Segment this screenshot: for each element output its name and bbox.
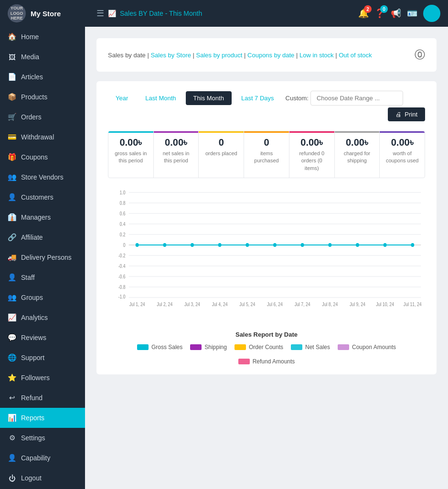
sidebar-item-capability[interactable]: 👤 Capability: [0, 448, 85, 468]
megaphone-button[interactable]: 📢: [391, 8, 401, 19]
legend-swatch-gross-sales: [137, 344, 149, 350]
avatar[interactable]: [423, 5, 440, 22]
svg-point-35: [191, 243, 194, 247]
legend-swatch-coupon-amounts: [338, 344, 349, 350]
sidebar-item-groups[interactable]: 👥 Groups: [0, 287, 85, 308]
wordpress-icon: ⓪: [415, 48, 425, 62]
sidebar-item-settings[interactable]: ⚙ Settings: [0, 428, 85, 448]
legend-label-gross-sales: Gross Sales: [151, 344, 182, 351]
report-links-card: Sales by date | Sales by Store | Sales b…: [96, 38, 437, 72]
svg-text:-0.2: -0.2: [118, 254, 126, 259]
sidebar-icon-home: 🏠: [8, 32, 16, 41]
sidebar-item-managers[interactable]: 👔 Managers: [0, 207, 85, 227]
stat-items-value: 0: [249, 137, 284, 148]
legend-order-counts: Order Counts: [235, 344, 283, 351]
sidebar-icon-withdrawal: 💳: [8, 133, 16, 141]
card-button[interactable]: 🪪: [407, 8, 417, 19]
link-coupons-by-date[interactable]: Coupons by date: [247, 52, 294, 59]
svg-text:-1.0: -1.0: [118, 295, 126, 300]
sidebar-item-affiliate[interactable]: 🔗 Affiliate: [0, 227, 85, 247]
sidebar-icon-capability: 👤: [8, 454, 16, 462]
sidebar-item-products[interactable]: 📦 Products: [0, 87, 85, 107]
stat-refunded-value: 0.00৳: [294, 137, 330, 148]
stat-net-sales-label: net sales in this period: [159, 150, 194, 165]
sidebar-label-capability: Capability: [21, 454, 50, 462]
sidebar-label-managers: Managers: [21, 213, 51, 221]
date-tabs: Year Last Month This Month Last 7 Days C…: [108, 91, 425, 121]
sidebar-item-articles[interactable]: 📄 Articles: [0, 67, 85, 87]
tab-last-month[interactable]: Last Month: [138, 91, 183, 105]
stat-gross-sales-value: 0.00৳: [113, 137, 149, 148]
legend-net-sales: Net Sales: [291, 344, 330, 351]
svg-text:Jul 5, 24: Jul 5, 24: [239, 302, 255, 308]
sidebar-item-store-vendors[interactable]: 👥 Store Vendors: [0, 167, 85, 187]
link-sales-by-product[interactable]: Sales by product: [196, 52, 243, 59]
sidebar-item-followers[interactable]: ⭐ Followers: [0, 368, 85, 388]
sidebar-icon-orders: 🛒: [8, 113, 16, 121]
sidebar-item-logout[interactable]: ⏻ Logout: [0, 468, 85, 488]
sidebar-item-orders[interactable]: 🛒 Orders: [0, 107, 85, 127]
stat-refunded-label: refunded 0 orders (0 items): [294, 150, 330, 172]
stat-coupons-label: worth of coupons used: [384, 150, 420, 165]
tab-year[interactable]: Year: [108, 91, 136, 105]
sidebar-item-customers[interactable]: 👤 Customers: [0, 187, 85, 207]
svg-point-33: [136, 243, 139, 247]
sidebar-item-analytics[interactable]: 📈 Analytics: [0, 308, 85, 328]
legend-swatch-net-sales: [291, 344, 302, 350]
stat-shipping-value: 0.00৳: [340, 137, 375, 148]
svg-point-40: [328, 243, 331, 247]
print-button[interactable]: 🖨 Print: [388, 107, 425, 121]
legend-coupon-amounts: Coupon Amounts: [338, 344, 396, 351]
print-icon: 🖨: [395, 111, 402, 118]
stat-net-sales-value: 0.00৳: [159, 137, 194, 148]
sidebar-icon-delivery-persons: 🚚: [8, 253, 16, 262]
link-out-of-stock[interactable]: Out of stock: [339, 52, 372, 59]
stat-net-sales: 0.00৳ net sales in this period: [154, 131, 199, 178]
svg-text:Jul 9, 24: Jul 9, 24: [350, 302, 365, 308]
chart-svg: .grid-line { stroke: #e5e7eb; stroke-wid…: [108, 188, 425, 321]
date-range-input[interactable]: [310, 91, 403, 106]
report-links-row: Sales by date | Sales by Store | Sales b…: [108, 52, 372, 59]
sidebar-label-coupons: Coupons: [21, 153, 48, 161]
sidebar-item-withdrawal[interactable]: 💳 Withdrawal: [0, 127, 85, 147]
sidebar-item-reports[interactable]: 📊 Reports: [0, 408, 85, 428]
bell-button[interactable]: 🔔 2: [358, 8, 369, 19]
stat-orders-label: orders placed: [203, 150, 239, 157]
tab-last-7-days[interactable]: Last 7 Days: [234, 91, 282, 105]
svg-point-38: [273, 243, 277, 247]
svg-text:0.8: 0.8: [120, 201, 126, 206]
sidebar-item-home[interactable]: 🏠 Home: [0, 27, 85, 47]
hamburger-icon[interactable]: ☰: [96, 8, 104, 19]
sidebar-icon-managers: 👔: [8, 213, 16, 222]
sidebar-label-affiliate: Affiliate: [21, 234, 43, 241]
svg-text:Jul 1, 24: Jul 1, 24: [129, 302, 145, 308]
sidebar-item-reviews[interactable]: 💬 Reviews: [0, 328, 85, 348]
sidebar-icon-reviews: 💬: [8, 333, 16, 342]
sidebar-item-coupons[interactable]: 🎁 Coupons: [0, 147, 85, 167]
link-low-in-stock[interactable]: Low in stock: [299, 52, 334, 59]
svg-point-36: [218, 243, 222, 247]
sidebar-item-support[interactable]: 🌐 Support: [0, 348, 85, 368]
bell-badge: 2: [364, 5, 372, 13]
sidebar-item-delivery-persons[interactable]: 🚚 Delivery Persons: [0, 247, 85, 267]
legend-swatch-order-counts: [235, 344, 246, 350]
sidebar-item-staff[interactable]: 👤 Staff: [0, 267, 85, 287]
svg-text:-0.6: -0.6: [118, 275, 126, 280]
legend-swatch-refund-amounts: [238, 359, 250, 364]
logo-text: YOUR LOGO HERE: [8, 6, 26, 21]
sidebar-icon-store-vendors: 👥: [8, 173, 16, 181]
sidebar-label-products: Products: [21, 93, 47, 101]
stat-orders-value: 0: [203, 137, 239, 148]
layout: 🏠 Home 🖼 Media 📄 Articles 📦 Products 🛒 O…: [0, 27, 448, 489]
sidebar-label-groups: Groups: [21, 294, 43, 301]
tab-this-month[interactable]: This Month: [186, 91, 232, 105]
sidebar-label-delivery-persons: Delivery Persons: [21, 254, 72, 261]
sidebar-item-media[interactable]: 🖼 Media: [0, 47, 85, 67]
link-sales-by-store[interactable]: Sales by Store: [150, 52, 191, 59]
sidebar-item-refund[interactable]: ↩ Refund: [0, 388, 85, 408]
svg-text:0.6: 0.6: [120, 212, 126, 217]
question-button[interactable]: ❓ 0: [374, 8, 385, 19]
stat-gross-sales: 0.00৳ gross sales in this period: [108, 131, 154, 178]
sidebar-icon-coupons: 🎁: [8, 153, 16, 161]
sidebar-label-staff: Staff: [21, 274, 35, 281]
